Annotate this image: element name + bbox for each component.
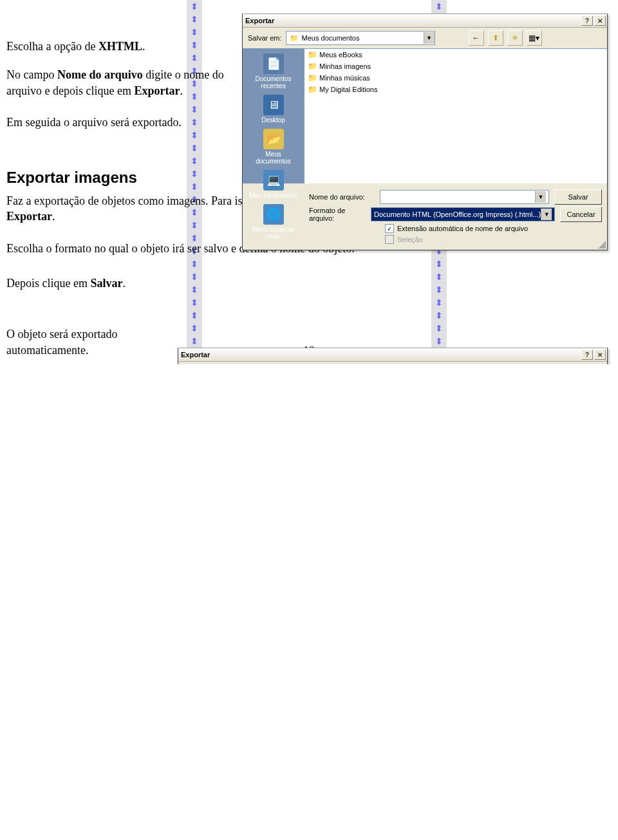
checkbox-label: Extensão automática de nome de arquivo [397, 225, 528, 232]
checkbox-icon: ✓ [385, 224, 394, 233]
checkbox-icon [385, 235, 394, 244]
close-button[interactable]: ✕ [594, 15, 606, 26]
filename-label: Nome do arquivo: [309, 193, 380, 201]
new-folder-button[interactable]: ✳ [507, 30, 523, 46]
paragraph: Escolha a opção de XHTML. [6, 39, 238, 54]
text-bold: Salvar [90, 277, 122, 290]
place-network[interactable]: 🌐Meus locais de rede [248, 201, 299, 243]
file-name: Minhas músicas [319, 74, 370, 82]
save-button[interactable]: Salvar [554, 189, 602, 205]
up-button[interactable]: ⬆ [488, 30, 503, 46]
text: Depois clique em [6, 277, 90, 290]
place-desktop[interactable]: 🖥Desktop [248, 92, 299, 126]
auto-extension-checkbox[interactable]: ✓Extensão automática de nome de arquivo [385, 224, 602, 233]
format-value: Documento HTML (OpenOffice.org Impress) … [374, 210, 541, 218]
view-menu-button[interactable]: ▦▾ [527, 30, 542, 46]
chevron-down-icon[interactable]: ▼ [535, 191, 546, 203]
text: . [142, 40, 145, 53]
place-label: Meus documentos [248, 151, 299, 165]
list-item[interactable]: 📁Meus eBooks [304, 49, 607, 61]
place-recent[interactable]: 📄Documentos recentes [248, 51, 299, 92]
text-bold: Exportar [6, 210, 52, 223]
back-button[interactable]: ← [469, 30, 484, 46]
file-name: My Digital Editions [319, 86, 377, 93]
dialog-title: Exportar [244, 17, 580, 24]
toolbar: Salvar em: 📂 gerais ▼ ← ⬆ ✳ ▦▾ [178, 362, 607, 364]
text: . [52, 210, 55, 223]
folder-icon: 📁 [289, 33, 299, 43]
text-bold: XHTML [98, 40, 142, 53]
format-select[interactable]: Documento HTML (OpenOffice.org Impress) … [371, 207, 555, 221]
paragraph: O objeto será exportado automaticamente. [6, 326, 167, 358]
text: Escolha a opção de [6, 40, 98, 53]
place-computer[interactable]: 💻Meu computador [248, 167, 299, 201]
close-button[interactable]: ✕ [594, 350, 606, 360]
filename-input[interactable]: ▼ [380, 190, 549, 204]
folder-icon: 📁 [307, 50, 317, 60]
text: . [180, 84, 183, 97]
folder-icon: 📁 [307, 84, 317, 95]
export-dialog-2: Exportar ? ✕ Salvar em: 📂 gerais ▼ ← ⬆ ✳… [178, 348, 608, 364]
chevron-down-icon[interactable]: ▼ [541, 209, 552, 220]
folder-name: Meus documentos [302, 34, 424, 42]
list-item[interactable]: 📁Minhas imagens [304, 61, 607, 72]
place-label: Desktop [261, 117, 285, 124]
list-item[interactable]: 📁My Digital Editions [304, 84, 607, 95]
checkbox-label: Seleção [397, 236, 423, 243]
toolbar: Salvar em: 📁 Meus documentos ▼ ← ⬆ ✳ ▦▾ [243, 28, 607, 48]
help-button[interactable]: ? [581, 15, 593, 26]
text-bold: Exportar [134, 84, 180, 97]
help-button[interactable]: ? [581, 350, 593, 360]
save-in-label: Salvar em: [248, 34, 282, 42]
selection-checkbox: Seleção [385, 235, 602, 244]
paragraph: Em seguida o arquivo será exportado. [6, 115, 238, 130]
place-mydocs[interactable]: 📂Meus documentos [248, 126, 299, 167]
text-bold: Nome do arquivo [57, 68, 143, 81]
resize-grip[interactable] [598, 241, 606, 248]
paragraph: Depois clique em Salvar. [6, 275, 167, 291]
cancel-button[interactable]: Cancelar [560, 207, 602, 222]
format-label: Formato de arquivo: [309, 207, 371, 222]
place-label: Meus locais de rede [248, 226, 299, 240]
places-sidebar: 📄Documentos recentes 🖥Desktop 📂Meus docu… [243, 48, 304, 183]
file-name: Minhas imagens [319, 62, 371, 70]
text: . [122, 277, 126, 290]
folder-icon: 📁 [307, 73, 317, 83]
place-label: Meu computador [249, 192, 297, 199]
titlebar: Exportar ? ✕ [243, 14, 607, 28]
text: No campo [6, 68, 57, 81]
file-list[interactable]: 📁Meus eBooks 📁Minhas imagens 📁Minhas mús… [304, 48, 607, 183]
list-item[interactable]: 📁Minhas músicas [304, 72, 607, 84]
save-in-select[interactable]: 📁 Meus documentos ▼ [286, 31, 435, 45]
titlebar: Exportar ? ✕ [178, 348, 607, 362]
export-dialog-1: Exportar ? ✕ Salvar em: 📁 Meus documento… [242, 14, 608, 250]
dialog-title: Exportar [180, 351, 580, 359]
file-name: Meus eBooks [319, 51, 362, 59]
paragraph: No campo Nome do arquivo digite o nome d… [6, 67, 238, 98]
chevron-down-icon[interactable]: ▼ [424, 32, 435, 44]
folder-icon: 📁 [307, 61, 317, 71]
place-label: Documentos recentes [248, 75, 299, 89]
